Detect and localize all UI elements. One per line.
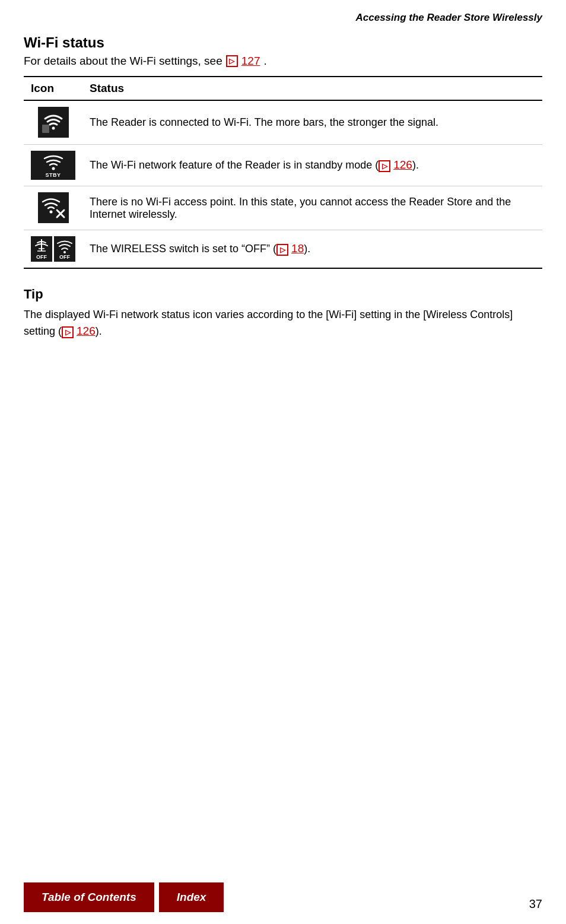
table-row: OFF OFF Th bbox=[24, 230, 542, 269]
icon-cell-off: OFF OFF bbox=[24, 230, 82, 269]
intro-link[interactable]: 127 bbox=[241, 55, 260, 68]
svg-point-0 bbox=[52, 127, 55, 130]
tip-title: Tip bbox=[24, 287, 542, 302]
page-container: Accessing the Reader Store Wirelessly Wi… bbox=[0, 0, 566, 924]
standby-link[interactable]: 126 bbox=[393, 158, 412, 171]
wifi-connected-icon bbox=[38, 107, 69, 138]
ref-icon: ▷ bbox=[226, 55, 238, 67]
wifi-standby-icon: STBY bbox=[31, 151, 75, 180]
bottom-nav: Table of Contents Index 37 bbox=[0, 871, 566, 924]
tip-text: The displayed Wi-Fi network status icon … bbox=[24, 307, 542, 340]
col-header-icon: Icon bbox=[24, 77, 82, 100]
wifi-status-table: Icon Status bbox=[24, 76, 542, 269]
intro-period: . bbox=[263, 55, 266, 68]
col-header-status: Status bbox=[82, 77, 542, 100]
table-row: There is no Wi-Fi access point. In this … bbox=[24, 186, 542, 230]
ref-icon-standby: ▷ bbox=[379, 160, 390, 172]
svg-point-7 bbox=[63, 251, 66, 253]
icon-cell-standby: STBY bbox=[24, 145, 82, 186]
tip-text-part2: ). bbox=[96, 325, 102, 337]
svg-rect-1 bbox=[42, 125, 49, 133]
status-text-off: The WIRELESS switch is set to “OFF” (▷ 1… bbox=[82, 230, 542, 269]
icon-cell-no-access bbox=[24, 186, 82, 230]
off-link[interactable]: 18 bbox=[291, 242, 304, 255]
intro-line: For details about the Wi-Fi settings, se… bbox=[24, 55, 542, 68]
section-title: Wi-Fi status bbox=[24, 34, 542, 51]
index-button[interactable]: Index bbox=[159, 882, 224, 912]
page-header: Accessing the Reader Store Wirelessly bbox=[24, 12, 542, 24]
svg-point-2 bbox=[52, 167, 55, 170]
header-title: Accessing the Reader Store Wirelessly bbox=[356, 12, 542, 23]
page-number: 37 bbox=[529, 897, 542, 911]
wifi-no-access-icon bbox=[38, 192, 69, 223]
tip-ref-icon: ▷ bbox=[62, 326, 74, 338]
tip-section: Tip The displayed Wi-Fi network status i… bbox=[24, 287, 542, 340]
intro-text: For details about the Wi-Fi settings, se… bbox=[24, 55, 222, 68]
svg-point-3 bbox=[49, 211, 52, 214]
status-text-no-access: There is no Wi-Fi access point. In this … bbox=[82, 186, 542, 230]
table-row: The Reader is connected to Wi-Fi. The mo… bbox=[24, 100, 542, 145]
status-text-connected: The Reader is connected to Wi-Fi. The mo… bbox=[82, 100, 542, 145]
tip-link[interactable]: 126 bbox=[77, 325, 96, 337]
toc-button[interactable]: Table of Contents bbox=[24, 882, 154, 912]
ref-icon-off: ▷ bbox=[276, 244, 288, 256]
icon-cell-connected bbox=[24, 100, 82, 145]
wifi-off-icon: OFF OFF bbox=[31, 236, 75, 262]
table-row: STBY The Wi-Fi network feature of the Re… bbox=[24, 145, 542, 186]
status-text-standby: The Wi-Fi network feature of the Reader … bbox=[82, 145, 542, 186]
